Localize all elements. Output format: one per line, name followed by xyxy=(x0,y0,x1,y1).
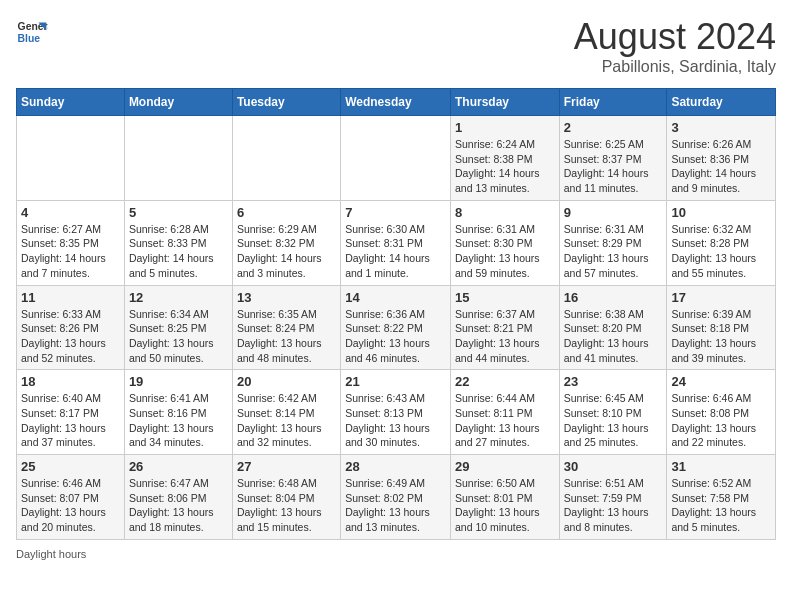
day-number: 11 xyxy=(21,290,120,305)
day-number: 9 xyxy=(564,205,663,220)
day-info: Sunrise: 6:33 AM Sunset: 8:26 PM Dayligh… xyxy=(21,307,120,366)
day-number: 24 xyxy=(671,374,771,389)
calendar-cell: 20Sunrise: 6:42 AM Sunset: 8:14 PM Dayli… xyxy=(232,370,340,455)
day-header-friday: Friday xyxy=(559,89,667,116)
title-block: August 2024 Pabillonis, Sardinia, Italy xyxy=(574,16,776,76)
week-row-2: 4Sunrise: 6:27 AM Sunset: 8:35 PM Daylig… xyxy=(17,200,776,285)
calendar-cell: 29Sunrise: 6:50 AM Sunset: 8:01 PM Dayli… xyxy=(450,455,559,540)
calendar-cell: 7Sunrise: 6:30 AM Sunset: 8:31 PM Daylig… xyxy=(341,200,451,285)
day-info: Sunrise: 6:48 AM Sunset: 8:04 PM Dayligh… xyxy=(237,476,336,535)
day-number: 4 xyxy=(21,205,120,220)
day-info: Sunrise: 6:39 AM Sunset: 8:18 PM Dayligh… xyxy=(671,307,771,366)
calendar-cell: 11Sunrise: 6:33 AM Sunset: 8:26 PM Dayli… xyxy=(17,285,125,370)
calendar-header-row: SundayMondayTuesdayWednesdayThursdayFrid… xyxy=(17,89,776,116)
day-number: 25 xyxy=(21,459,120,474)
day-header-tuesday: Tuesday xyxy=(232,89,340,116)
logo-icon: General Blue xyxy=(16,16,48,48)
day-info: Sunrise: 6:42 AM Sunset: 8:14 PM Dayligh… xyxy=(237,391,336,450)
main-title: August 2024 xyxy=(574,16,776,58)
day-info: Sunrise: 6:28 AM Sunset: 8:33 PM Dayligh… xyxy=(129,222,228,281)
day-number: 16 xyxy=(564,290,663,305)
day-info: Sunrise: 6:31 AM Sunset: 8:29 PM Dayligh… xyxy=(564,222,663,281)
day-info: Sunrise: 6:31 AM Sunset: 8:30 PM Dayligh… xyxy=(455,222,555,281)
calendar-cell xyxy=(232,116,340,201)
week-row-3: 11Sunrise: 6:33 AM Sunset: 8:26 PM Dayli… xyxy=(17,285,776,370)
day-number: 8 xyxy=(455,205,555,220)
svg-text:Blue: Blue xyxy=(18,33,41,44)
day-info: Sunrise: 6:47 AM Sunset: 8:06 PM Dayligh… xyxy=(129,476,228,535)
day-header-wednesday: Wednesday xyxy=(341,89,451,116)
calendar-cell: 14Sunrise: 6:36 AM Sunset: 8:22 PM Dayli… xyxy=(341,285,451,370)
day-number: 2 xyxy=(564,120,663,135)
calendar-cell: 9Sunrise: 6:31 AM Sunset: 8:29 PM Daylig… xyxy=(559,200,667,285)
day-info: Sunrise: 6:30 AM Sunset: 8:31 PM Dayligh… xyxy=(345,222,446,281)
day-number: 19 xyxy=(129,374,228,389)
calendar-cell: 16Sunrise: 6:38 AM Sunset: 8:20 PM Dayli… xyxy=(559,285,667,370)
day-number: 13 xyxy=(237,290,336,305)
day-number: 18 xyxy=(21,374,120,389)
day-number: 22 xyxy=(455,374,555,389)
day-info: Sunrise: 6:25 AM Sunset: 8:37 PM Dayligh… xyxy=(564,137,663,196)
day-number: 17 xyxy=(671,290,771,305)
calendar-cell: 22Sunrise: 6:44 AM Sunset: 8:11 PM Dayli… xyxy=(450,370,559,455)
week-row-4: 18Sunrise: 6:40 AM Sunset: 8:17 PM Dayli… xyxy=(17,370,776,455)
calendar-cell: 8Sunrise: 6:31 AM Sunset: 8:30 PM Daylig… xyxy=(450,200,559,285)
calendar-cell: 6Sunrise: 6:29 AM Sunset: 8:32 PM Daylig… xyxy=(232,200,340,285)
calendar-cell: 10Sunrise: 6:32 AM Sunset: 8:28 PM Dayli… xyxy=(667,200,776,285)
week-row-5: 25Sunrise: 6:46 AM Sunset: 8:07 PM Dayli… xyxy=(17,455,776,540)
calendar-cell: 31Sunrise: 6:52 AM Sunset: 7:58 PM Dayli… xyxy=(667,455,776,540)
day-info: Sunrise: 6:52 AM Sunset: 7:58 PM Dayligh… xyxy=(671,476,771,535)
calendar-cell: 2Sunrise: 6:25 AM Sunset: 8:37 PM Daylig… xyxy=(559,116,667,201)
day-header-saturday: Saturday xyxy=(667,89,776,116)
day-info: Sunrise: 6:37 AM Sunset: 8:21 PM Dayligh… xyxy=(455,307,555,366)
day-info: Sunrise: 6:46 AM Sunset: 8:08 PM Dayligh… xyxy=(671,391,771,450)
calendar-cell: 19Sunrise: 6:41 AM Sunset: 8:16 PM Dayli… xyxy=(124,370,232,455)
calendar-cell xyxy=(17,116,125,201)
day-number: 26 xyxy=(129,459,228,474)
calendar-cell: 21Sunrise: 6:43 AM Sunset: 8:13 PM Dayli… xyxy=(341,370,451,455)
calendar-cell: 5Sunrise: 6:28 AM Sunset: 8:33 PM Daylig… xyxy=(124,200,232,285)
calendar-cell: 13Sunrise: 6:35 AM Sunset: 8:24 PM Dayli… xyxy=(232,285,340,370)
day-number: 23 xyxy=(564,374,663,389)
day-info: Sunrise: 6:34 AM Sunset: 8:25 PM Dayligh… xyxy=(129,307,228,366)
calendar-body: 1Sunrise: 6:24 AM Sunset: 8:38 PM Daylig… xyxy=(17,116,776,540)
day-number: 5 xyxy=(129,205,228,220)
day-number: 21 xyxy=(345,374,446,389)
day-info: Sunrise: 6:29 AM Sunset: 8:32 PM Dayligh… xyxy=(237,222,336,281)
day-header-thursday: Thursday xyxy=(450,89,559,116)
day-number: 30 xyxy=(564,459,663,474)
calendar-cell: 1Sunrise: 6:24 AM Sunset: 8:38 PM Daylig… xyxy=(450,116,559,201)
calendar-cell: 28Sunrise: 6:49 AM Sunset: 8:02 PM Dayli… xyxy=(341,455,451,540)
day-number: 20 xyxy=(237,374,336,389)
day-info: Sunrise: 6:32 AM Sunset: 8:28 PM Dayligh… xyxy=(671,222,771,281)
week-row-1: 1Sunrise: 6:24 AM Sunset: 8:38 PM Daylig… xyxy=(17,116,776,201)
calendar-table: SundayMondayTuesdayWednesdayThursdayFrid… xyxy=(16,88,776,540)
day-number: 29 xyxy=(455,459,555,474)
day-info: Sunrise: 6:49 AM Sunset: 8:02 PM Dayligh… xyxy=(345,476,446,535)
day-header-sunday: Sunday xyxy=(17,89,125,116)
calendar-cell: 24Sunrise: 6:46 AM Sunset: 8:08 PM Dayli… xyxy=(667,370,776,455)
day-info: Sunrise: 6:26 AM Sunset: 8:36 PM Dayligh… xyxy=(671,137,771,196)
day-number: 28 xyxy=(345,459,446,474)
day-info: Sunrise: 6:40 AM Sunset: 8:17 PM Dayligh… xyxy=(21,391,120,450)
calendar-cell xyxy=(341,116,451,201)
calendar-cell: 25Sunrise: 6:46 AM Sunset: 8:07 PM Dayli… xyxy=(17,455,125,540)
calendar-cell: 15Sunrise: 6:37 AM Sunset: 8:21 PM Dayli… xyxy=(450,285,559,370)
day-number: 12 xyxy=(129,290,228,305)
calendar-cell: 17Sunrise: 6:39 AM Sunset: 8:18 PM Dayli… xyxy=(667,285,776,370)
day-number: 3 xyxy=(671,120,771,135)
day-info: Sunrise: 6:50 AM Sunset: 8:01 PM Dayligh… xyxy=(455,476,555,535)
day-number: 15 xyxy=(455,290,555,305)
day-info: Sunrise: 6:45 AM Sunset: 8:10 PM Dayligh… xyxy=(564,391,663,450)
day-info: Sunrise: 6:24 AM Sunset: 8:38 PM Dayligh… xyxy=(455,137,555,196)
calendar-cell: 18Sunrise: 6:40 AM Sunset: 8:17 PM Dayli… xyxy=(17,370,125,455)
day-number: 6 xyxy=(237,205,336,220)
page-header: General Blue August 2024 Pabillonis, Sar… xyxy=(16,16,776,76)
day-number: 27 xyxy=(237,459,336,474)
day-number: 14 xyxy=(345,290,446,305)
day-info: Sunrise: 6:46 AM Sunset: 8:07 PM Dayligh… xyxy=(21,476,120,535)
day-info: Sunrise: 6:38 AM Sunset: 8:20 PM Dayligh… xyxy=(564,307,663,366)
logo: General Blue xyxy=(16,16,48,48)
calendar-cell: 23Sunrise: 6:45 AM Sunset: 8:10 PM Dayli… xyxy=(559,370,667,455)
subtitle: Pabillonis, Sardinia, Italy xyxy=(574,58,776,76)
